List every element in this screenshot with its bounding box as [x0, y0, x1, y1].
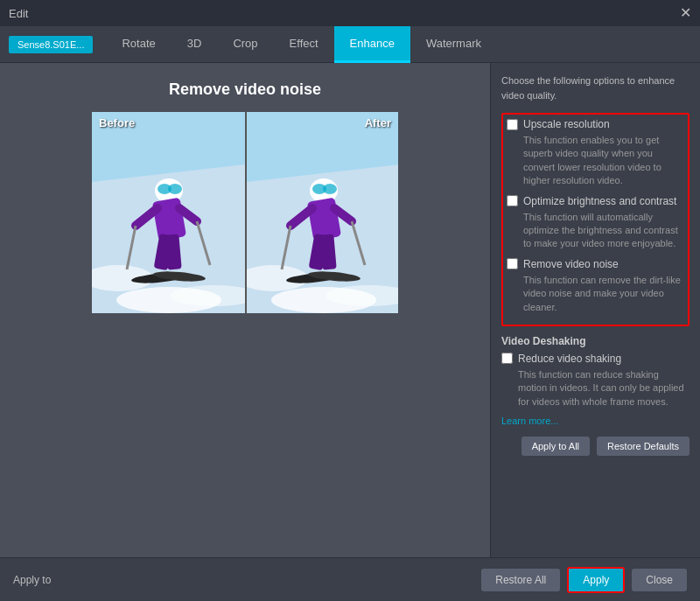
svg-point-15: [116, 287, 221, 313]
close-window-button[interactable]: ✕: [680, 6, 691, 20]
before-label: Before: [99, 116, 135, 129]
desc-deshaking: This function can reduce shaking motion …: [501, 368, 690, 409]
window-title: Edit: [9, 7, 28, 20]
checkbox-deshaking[interactable]: [501, 353, 513, 364]
deshaking-section-title: Video Deshaking: [501, 335, 690, 347]
desc-noise: This function can remove the dirt-like v…: [507, 274, 684, 314]
restore-all-button[interactable]: Restore All: [481, 569, 560, 591]
apply-to-label: Apply to: [13, 574, 51, 586]
preview-panel: Remove video noise Before: [0, 63, 490, 557]
option-header-deshaking: Reduce video shaking: [501, 353, 690, 365]
restore-defaults-button[interactable]: Restore Defaults: [597, 437, 690, 456]
content-wrapper: Remove video noise Before: [0, 63, 700, 601]
label-deshaking: Reduce video shaking: [518, 353, 621, 365]
checkbox-brightness[interactable]: [507, 195, 518, 206]
option-group-noise: Remove video noise This function can rem…: [507, 258, 684, 314]
option-header-brightness: Optimize brightness and contrast: [507, 195, 684, 207]
desc-upscale: This function enables you to get superb …: [507, 134, 684, 188]
apply-to-all-button[interactable]: Apply to All: [522, 437, 590, 456]
label-upscale: Upscale resolution: [523, 118, 610, 130]
svg-point-33: [271, 287, 376, 313]
enhance-description: Choose the following options to enhance …: [501, 73, 690, 102]
option-group-brightness: Optimize brightness and contrast This fu…: [507, 195, 684, 251]
tab-bar: Sense8.S01E... Rotate 3D Crop Effect Enh…: [0, 26, 700, 63]
checkbox-noise[interactable]: [507, 258, 518, 269]
action-bar: Apply to Restore All Apply Close: [0, 557, 700, 601]
enhance-panel: Choose the following options to enhance …: [490, 63, 700, 557]
option-group-deshaking: Reduce video shaking This function can r…: [501, 353, 690, 409]
action-bar-left: Apply to: [13, 574, 51, 586]
learn-more-link[interactable]: Learn more...: [501, 416, 690, 426]
tab-enhance[interactable]: Enhance: [334, 26, 410, 63]
highlight-box: Upscale resolution This function enables…: [501, 113, 690, 326]
tab-effect[interactable]: Effect: [274, 26, 334, 63]
option-header-upscale: Upscale resolution: [507, 118, 684, 130]
tab-rotate[interactable]: Rotate: [106, 26, 171, 63]
tab-3d[interactable]: 3D: [172, 26, 218, 63]
preview-title: Remove video noise: [169, 80, 321, 99]
after-image-container: After: [245, 112, 398, 313]
preview-images: Before: [92, 112, 398, 313]
after-label: After: [365, 116, 391, 129]
after-image: [247, 112, 398, 313]
label-noise: Remove video noise: [523, 258, 619, 270]
title-bar: Edit ✕: [0, 0, 700, 26]
panels-wrapper: Remove video noise Before: [0, 63, 700, 557]
apply-button[interactable]: Apply: [567, 567, 625, 593]
svg-point-17: [168, 184, 182, 194]
option-header-noise: Remove video noise: [507, 258, 684, 270]
option-group-upscale: Upscale resolution This function enables…: [507, 118, 684, 188]
action-bar-right: Restore All Apply Close: [481, 567, 687, 593]
label-brightness: Optimize brightness and contrast: [523, 195, 676, 207]
before-image-container: Before: [92, 112, 245, 313]
tab-crop[interactable]: Crop: [217, 26, 273, 63]
desc-brightness: This function will automatically optimiz…: [507, 211, 684, 251]
svg-point-35: [323, 184, 337, 194]
file-tab[interactable]: Sense8.S01E...: [9, 36, 93, 53]
tab-watermark[interactable]: Watermark: [410, 26, 497, 63]
close-button[interactable]: Close: [632, 569, 687, 591]
checkbox-upscale[interactable]: [507, 119, 518, 130]
before-image: [92, 112, 245, 313]
